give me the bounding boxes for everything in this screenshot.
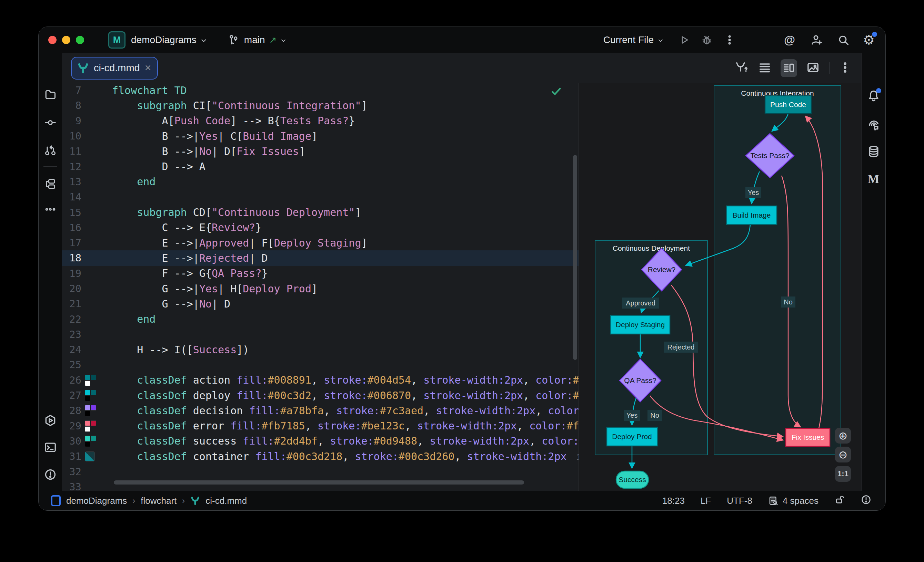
indent-doc-icon [768,496,778,506]
commit-tool-button[interactable] [43,115,58,130]
gutter-color-chips [85,83,99,98]
horizontal-scrollbar[interactable] [114,480,524,484]
code-line-26[interactable]: 26 classDef action fill:#008891, stroke:… [62,372,579,388]
zoom-in-button[interactable]: ⊕ [835,428,851,444]
services-tool-button[interactable] [43,413,58,428]
code-line-30[interactable]: 30 classDef success fill:#2dd4bf, stroke… [62,433,579,449]
structure-tool-button[interactable] [43,176,58,191]
mermaid-help-button[interactable] [735,61,749,76]
editor-preview-divider[interactable] [579,83,579,491]
mermaid-diagram-preview[interactable]: Continuous Integration Continuous Deploy… [579,83,861,491]
breadcrumb-project[interactable]: demoDiagrams [66,496,127,506]
code-line-13[interactable]: 13 end [62,174,579,190]
settings-button[interactable]: ⚙ [861,32,876,48]
breadcrumb-folder[interactable]: flowchart [141,496,177,506]
code-line-32[interactable]: 32 [62,464,579,479]
write-access-toggle[interactable] [834,495,845,507]
caret-position[interactable]: 18:23 [662,496,685,506]
mermaid-file-icon [77,62,89,74]
code-line-7[interactable]: 7flowchart TD [62,83,579,98]
code-line-31[interactable]: 31 classDef container fill:#00c3d218, st… [62,449,579,464]
code-line-24[interactable]: 24 H --> I([Success]) [62,342,579,357]
line-number: 8 [62,100,81,111]
code-line-12[interactable]: 12 D --> A [62,159,579,174]
encoding-selector[interactable]: UTF-8 [727,496,752,506]
code-line-16[interactable]: 16 C --> E{Review?} [62,220,579,235]
indent-selector[interactable]: 4 spaces [768,496,819,506]
ai-chat-tool-button[interactable] [866,117,881,132]
code-line-20[interactable]: 20 G -->|Yes| H[Deploy Prod] [62,281,579,296]
ai-assistant-button[interactable]: @ [782,32,797,48]
mermaid-m-icon: M [868,172,879,186]
indent-value: 4 spaces [783,496,819,506]
editor-only-view-button[interactable] [758,61,772,76]
preview-only-view-button[interactable] [806,61,820,76]
actual-size-button[interactable]: 1:1 [835,466,851,482]
more-actions-button[interactable] [722,32,737,48]
code-line-21[interactable]: 21 G -->|No| D [62,296,579,311]
code-line-28[interactable]: 28 classDef decision fill:#a78bfa, strok… [62,403,579,418]
editor-options-button[interactable] [838,61,852,75]
code-text: classDef container fill:#00c3d218, strok… [112,450,579,462]
structure-icon [44,178,57,190]
minimize-window-button[interactable] [62,36,70,44]
analysis-status-widget[interactable] [861,494,872,508]
code-line-14[interactable]: 14 [62,190,579,205]
close-tab-icon[interactable]: × [145,62,152,73]
vertical-scrollbar[interactable] [573,155,577,360]
search-icon [837,34,849,46]
run-config-name: Current File [603,34,654,45]
run-configuration-selector[interactable]: Current File [603,34,664,45]
breadcrumb-separator: › [182,496,185,505]
code-line-23[interactable]: 23 [62,327,579,342]
inspections-ok-checkmark[interactable] [550,85,562,99]
project-tool-button[interactable] [43,87,58,102]
gutter-color-chips [85,143,99,159]
more-tool-windows-button[interactable] [43,202,58,217]
code-text: subgraph CD["Continuous Deployment"] [112,206,361,218]
code-line-10[interactable]: 10 B -->|Yes| C[Build Image] [62,129,579,143]
status-bar: demoDiagrams › flowchart › ci-cd.mmd 18:… [39,491,885,510]
breadcrumb-file[interactable]: ci-cd.mmd [206,496,247,506]
terminal-tool-button[interactable] [43,440,58,455]
line-ending-selector[interactable]: LF [700,496,711,506]
mermaid-chart-tool-button[interactable]: M [866,172,881,187]
search-everywhere-button[interactable] [836,32,851,48]
code-line-22[interactable]: 22 end [62,311,579,326]
code-editor[interactable]: 7flowchart TD8 subgraph CI["Continuous I… [62,83,579,491]
code-line-27[interactable]: 27 classDef deploy fill:#00c3d2, stroke:… [62,388,579,403]
code-line-9[interactable]: 9 A[Push Code] --> B{Tests Pass?} [62,113,579,129]
line-number: 24 [62,344,81,356]
line-number: 7 [62,84,81,96]
notifications-button[interactable] [866,88,881,103]
code-line-15[interactable]: 15 subgraph CD["Continuous Deployment"] [62,205,579,220]
database-icon [867,145,880,158]
run-button[interactable] [676,32,692,48]
database-tool-button[interactable] [866,144,881,159]
gutter-color-chips [85,464,99,479]
breadcrumb[interactable]: demoDiagrams › flowchart › ci-cd.mmd [51,495,247,506]
split-view-button[interactable] [781,59,797,77]
close-window-button[interactable] [48,36,57,44]
chevron-down-icon [657,37,664,44]
code-line-8[interactable]: 8 subgraph CI["Continuous Integration"] [62,98,579,113]
code-text: G -->|No| D [112,298,230,310]
problems-tool-button[interactable] [43,467,58,482]
services-icon [44,414,57,427]
zoom-out-button[interactable]: ⊖ [835,447,851,462]
code-with-me-button[interactable] [809,32,824,48]
tab-ci-cd-mmd[interactable]: ci-cd.mmd × [71,57,158,79]
code-line-17[interactable]: 17 E -->|Approved| F[Deploy Staging] [62,235,579,250]
git-branch-widget[interactable]: main ↗ [228,34,287,46]
debug-button[interactable] [699,32,714,48]
code-line-19[interactable]: 19 F --> G{QA Pass?} [62,266,579,281]
code-line-18[interactable]: 18 E -->|Rejected| D [62,250,579,266]
pull-requests-tool-button[interactable] [43,143,58,158]
project-widget[interactable]: demoDiagrams [131,34,207,45]
code-line-29[interactable]: 29 classDef error fill:#fb7185, stroke:#… [62,419,579,433]
code-line-11[interactable]: 11 B -->|No| D[Fix Issues] [62,143,579,159]
maximize-window-button[interactable] [76,36,84,44]
line-number: 30 [62,435,81,447]
code-line-25[interactable]: 25 [62,357,579,372]
node-tests-pass-label: Tests Pass? [750,151,789,160]
